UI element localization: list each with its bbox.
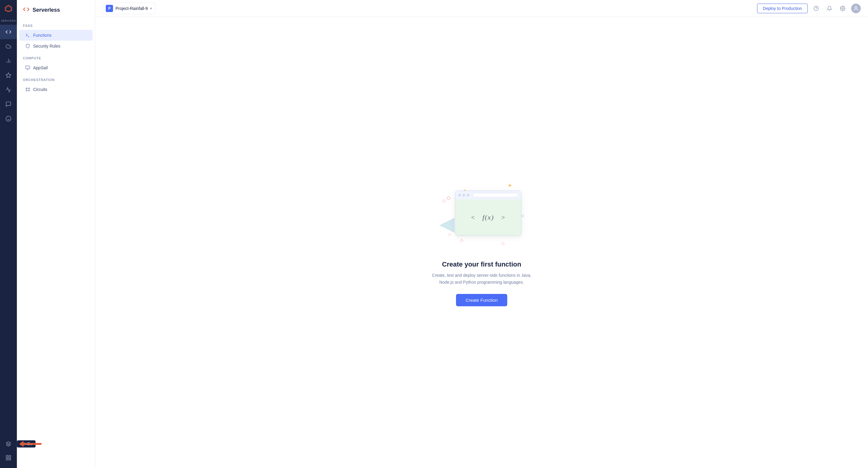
deco-circle-1: [442, 200, 445, 203]
sidebar-item-functions[interactable]: Functions: [19, 30, 93, 41]
section-label-orchestration: ORCHESTRATION: [17, 73, 95, 84]
browser-dot-1: [458, 194, 461, 196]
svg-point-16: [26, 88, 27, 89]
monitor-nav-item[interactable]: [0, 82, 17, 97]
deploy-icon: [5, 72, 11, 78]
browser-dot-2: [463, 194, 465, 196]
deco-diamond-1: [446, 196, 451, 200]
shield-icon: [25, 44, 30, 48]
circuits-label: Circuits: [33, 87, 47, 92]
user-icon: [853, 6, 859, 11]
browser-urlbar: [473, 193, 518, 197]
cloud2-icon: [5, 115, 11, 122]
analytics-icon: [5, 58, 11, 64]
function-formula-text: < f(x) >: [470, 213, 506, 221]
arrow-line: [24, 443, 41, 445]
empty-state-description: Create, test and deploy server-side func…: [427, 272, 536, 286]
logs-nav-item[interactable]: [0, 97, 17, 111]
serverless-nav-item[interactable]: [0, 25, 17, 39]
bell-icon: [827, 6, 832, 11]
icon-sidebar: Services: [0, 0, 17, 468]
left-sidebar: Serverless FAAS Functions Security Rules…: [17, 0, 95, 468]
sidebar-item-security-rules[interactable]: Security Rules: [19, 41, 93, 52]
sidebar-item-appsail[interactable]: AppSail: [19, 62, 93, 73]
browser-dot-3: [467, 194, 469, 196]
section-label-compute: COMPUTE: [17, 52, 95, 62]
code-icon: [5, 29, 11, 35]
svg-marker-1: [6, 6, 10, 11]
ask-zia-wrapper: Ask Zia: [2, 437, 14, 451]
circuits-icon: [25, 87, 30, 92]
deco-triangle: [439, 218, 455, 233]
sidebar-title: Serverless: [33, 7, 60, 13]
logs-icon: [5, 101, 11, 107]
deploy-to-production-button[interactable]: Deploy to Production: [757, 4, 808, 13]
illustration-container: + + ✕: [433, 178, 530, 251]
svg-rect-10: [6, 458, 8, 460]
zia-icon: [6, 441, 11, 446]
appsail-icon: [25, 65, 30, 70]
function-illustration: < f(x) >: [455, 191, 521, 236]
cloud-icon: [5, 43, 11, 49]
arrow-head: [19, 441, 24, 447]
svg-point-27: [855, 6, 857, 8]
create-function-button[interactable]: Create Function: [456, 294, 507, 306]
svg-rect-9: [9, 456, 11, 458]
notifications-button[interactable]: [825, 4, 834, 13]
gear-icon: [840, 6, 845, 11]
user-avatar[interactable]: [851, 4, 861, 13]
deco-circle-4: [448, 233, 451, 236]
bottom-nav: Ask Zia: [0, 437, 17, 468]
functions-label: Functions: [33, 33, 52, 38]
grid-button[interactable]: [2, 452, 14, 464]
cloud2-nav-item[interactable]: [0, 111, 17, 126]
monitor-icon: [5, 87, 11, 93]
sidebar-item-circuits[interactable]: Circuits: [19, 84, 93, 95]
deploy-nav-item[interactable]: [0, 68, 17, 82]
project-avatar: P: [106, 5, 113, 12]
empty-state-title: Create your first function: [442, 261, 521, 268]
topbar: P Project-Rainfall-9 ▾ Deploy to Product…: [95, 0, 868, 17]
svg-point-17: [29, 88, 30, 89]
nav-items-container: [0, 24, 17, 437]
svg-rect-8: [6, 456, 8, 458]
topbar-right: Deploy to Production: [757, 4, 861, 13]
deco-diamond-2: [460, 239, 463, 242]
deco-diamond-3: [501, 242, 504, 245]
appsail-label: AppSail: [33, 65, 48, 70]
grid-icon: [5, 455, 11, 461]
browser-body: < f(x) >: [456, 199, 521, 235]
deco-plus-1: +: [508, 181, 512, 190]
help-icon: [813, 6, 819, 11]
project-name: Project-Rainfall-9: [116, 6, 148, 11]
app-logo: [4, 4, 13, 13]
svg-rect-11: [9, 458, 11, 460]
main-content: P Project-Rainfall-9 ▾ Deploy to Product…: [95, 0, 868, 468]
svg-marker-5: [6, 73, 11, 78]
security-rules-label: Security Rules: [33, 44, 60, 48]
section-label-faas: FAAS: [17, 19, 95, 30]
settings-button[interactable]: [838, 4, 847, 13]
svg-point-18: [26, 90, 27, 91]
chevron-down-icon: ▾: [150, 6, 152, 10]
deco-circle-3: [521, 215, 524, 217]
ask-zia-arrow: [20, 441, 41, 447]
svg-rect-13: [26, 66, 30, 69]
content-area: + + ✕: [95, 17, 868, 468]
browser-titlebar: [456, 191, 521, 199]
analytics-nav-item[interactable]: [0, 54, 17, 68]
serverless-header-icon: [23, 6, 30, 14]
logo-area: [0, 0, 17, 17]
cloud-nav-item[interactable]: [0, 39, 17, 54]
functions-icon: [25, 33, 30, 38]
help-button[interactable]: [811, 4, 821, 13]
project-selector[interactable]: P Project-Rainfall-9 ▾: [102, 3, 155, 14]
ask-zia-button[interactable]: [2, 438, 14, 450]
svg-point-26: [842, 7, 844, 9]
sidebar-header: Serverless: [17, 0, 95, 19]
services-label: Services: [0, 17, 17, 24]
svg-point-19: [29, 90, 30, 91]
